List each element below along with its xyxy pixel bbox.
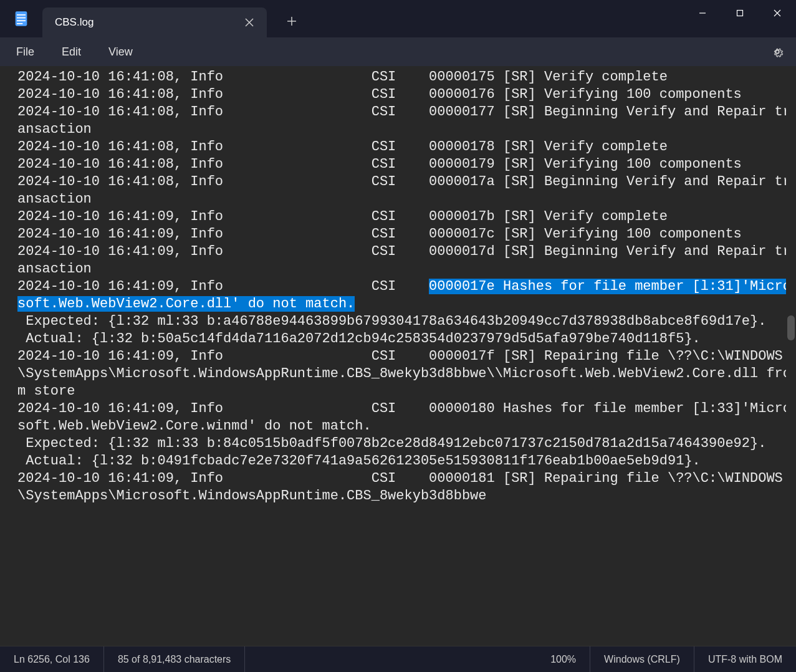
log-line-prefix: 2024-10-10 16:41:09, Info CSI xyxy=(17,279,429,294)
close-window-button[interactable] xyxy=(759,0,796,26)
log-line: 2024-10-10 16:41:09, Info CSI 0000017f [… xyxy=(17,348,791,399)
log-line: Expected: {l:32 ml:33 b:a46788e94463899b… xyxy=(17,314,766,329)
selected-text: 0000017e Hashes for file member xyxy=(429,279,692,294)
zoom-level[interactable]: 100% xyxy=(537,646,590,672)
scrollbar-thumb[interactable] xyxy=(787,315,795,340)
log-line: 2024-10-10 16:41:08, Info CSI 0000017a [… xyxy=(17,174,791,207)
log-line: 2024-10-10 16:41:08, Info CSI 00000176 [… xyxy=(17,87,742,102)
log-line: Actual: {l:32 b:0491fcbadc7e2e7320f741a9… xyxy=(17,453,701,469)
svg-rect-4 xyxy=(17,23,22,24)
log-line: 2024-10-10 16:41:09, Info CSI 00000181 [… xyxy=(17,471,783,504)
menu-edit[interactable]: Edit xyxy=(48,41,95,64)
log-line: 2024-10-10 16:41:09, Info CSI 00000180 H… xyxy=(17,401,791,434)
menubar: File Edit View xyxy=(0,37,796,66)
log-line: 2024-10-10 16:41:08, Info CSI 00000179 [… xyxy=(17,156,742,172)
maximize-button[interactable] xyxy=(721,0,759,26)
log-line: 2024-10-10 16:41:09, Info CSI 0000017b [… xyxy=(17,209,668,224)
svg-rect-1 xyxy=(17,14,26,16)
log-line: 2024-10-10 16:41:09, Info CSI 0000017c [… xyxy=(17,226,742,242)
minimize-button[interactable] xyxy=(684,0,721,26)
svg-rect-3 xyxy=(17,20,26,21)
vertical-scrollbar[interactable] xyxy=(786,66,796,646)
log-line: Expected: {l:32 ml:33 b:84c0515b0adf5f00… xyxy=(17,436,766,451)
settings-button[interactable] xyxy=(766,41,789,63)
statusbar: Ln 6256, Col 136 85 of 8,91,483 characte… xyxy=(0,646,796,672)
close-tab-icon[interactable] xyxy=(241,14,258,31)
encoding[interactable]: UTF-8 with BOM xyxy=(694,646,796,672)
notepad-app-icon xyxy=(11,9,31,29)
menu-file[interactable]: File xyxy=(2,41,48,64)
log-line: 2024-10-10 16:41:08, Info CSI 00000178 [… xyxy=(17,139,668,155)
menu-view[interactable]: View xyxy=(95,41,146,64)
new-tab-button[interactable] xyxy=(279,9,304,34)
svg-rect-5 xyxy=(737,11,743,16)
log-line: 2024-10-10 16:41:09, Info CSI 0000017d [… xyxy=(17,244,791,277)
svg-rect-2 xyxy=(17,17,26,19)
log-line: Actual: {l:32 b:50a5c14fd4da7116a2072d12… xyxy=(17,331,701,347)
gear-icon xyxy=(770,45,784,59)
editor-content[interactable]: 2024-10-10 16:41:08, Info CSI 00000175 [… xyxy=(0,66,796,505)
log-line: 2024-10-10 16:41:08, Info CSI 00000177 [… xyxy=(17,104,791,137)
tab-cbs-log[interactable]: CBS.log xyxy=(42,7,267,37)
cursor-position[interactable]: Ln 6256, Col 136 xyxy=(0,646,104,672)
window-controls xyxy=(684,0,796,26)
character-count[interactable]: 85 of 8,91,483 characters xyxy=(104,646,245,672)
text-editor[interactable]: 2024-10-10 16:41:08, Info CSI 00000175 [… xyxy=(0,66,796,646)
tab-title: CBS.log xyxy=(55,16,241,29)
line-ending[interactable]: Windows (CRLF) xyxy=(590,646,694,672)
titlebar: CBS.log xyxy=(0,0,796,37)
log-line: 2024-10-10 16:41:08, Info CSI 00000175 [… xyxy=(17,69,668,85)
